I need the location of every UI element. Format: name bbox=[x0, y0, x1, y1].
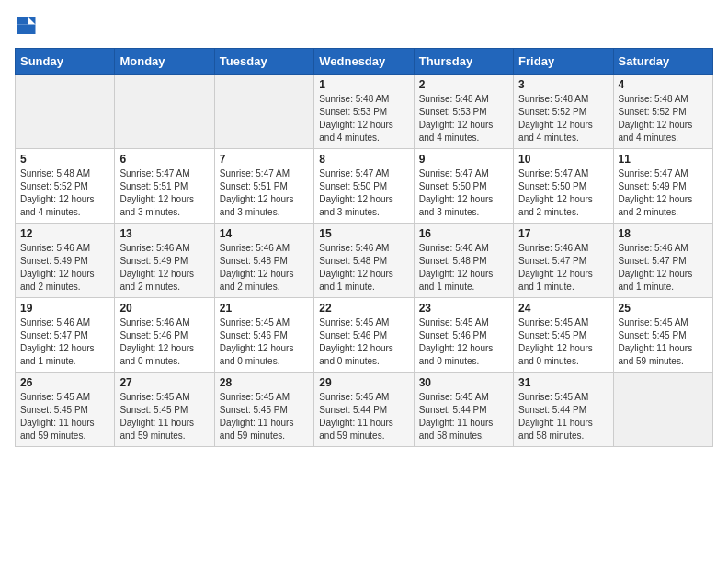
logo-icon bbox=[15, 15, 37, 37]
header-day-thursday: Thursday bbox=[414, 49, 513, 75]
cell-info: Sunrise: 5:47 AM Sunset: 5:51 PM Dayligh… bbox=[220, 167, 309, 219]
calendar-cell: 29Sunrise: 5:45 AM Sunset: 5:44 PM Dayli… bbox=[314, 373, 414, 447]
day-number: 29 bbox=[319, 376, 408, 389]
cell-info: Sunrise: 5:48 AM Sunset: 5:53 PM Dayligh… bbox=[419, 93, 508, 144]
cell-info: Sunrise: 5:45 AM Sunset: 5:45 PM Dayligh… bbox=[518, 316, 608, 368]
day-number: 14 bbox=[220, 227, 309, 240]
page-header bbox=[15, 15, 713, 37]
cell-info: Sunrise: 5:47 AM Sunset: 5:50 PM Dayligh… bbox=[419, 167, 508, 219]
cell-info: Sunrise: 5:45 AM Sunset: 5:45 PM Dayligh… bbox=[20, 391, 109, 442]
day-number: 12 bbox=[20, 227, 109, 240]
week-row-5: 26Sunrise: 5:45 AM Sunset: 5:45 PM Dayli… bbox=[16, 373, 713, 447]
header-day-friday: Friday bbox=[514, 49, 613, 75]
cell-info: Sunrise: 5:47 AM Sunset: 5:49 PM Dayligh… bbox=[619, 167, 708, 219]
calendar-cell: 23Sunrise: 5:45 AM Sunset: 5:46 PM Dayli… bbox=[414, 298, 513, 373]
cell-info: Sunrise: 5:46 AM Sunset: 5:49 PM Dayligh… bbox=[119, 242, 209, 293]
cell-info: Sunrise: 5:46 AM Sunset: 5:47 PM Dayligh… bbox=[619, 242, 708, 293]
cell-info: Sunrise: 5:48 AM Sunset: 5:52 PM Dayligh… bbox=[518, 93, 608, 144]
calendar-cell: 5Sunrise: 5:48 AM Sunset: 5:52 PM Daylig… bbox=[16, 149, 115, 224]
header-day-wednesday: Wednesday bbox=[314, 49, 414, 75]
cell-info: Sunrise: 5:46 AM Sunset: 5:48 PM Dayligh… bbox=[319, 242, 408, 293]
cell-info: Sunrise: 5:46 AM Sunset: 5:46 PM Dayligh… bbox=[119, 316, 209, 368]
cell-info: Sunrise: 5:46 AM Sunset: 5:48 PM Dayligh… bbox=[419, 242, 508, 293]
calendar-cell bbox=[214, 75, 313, 149]
day-number: 6 bbox=[119, 153, 209, 166]
day-number: 13 bbox=[119, 227, 209, 240]
day-number: 7 bbox=[220, 153, 309, 166]
cell-info: Sunrise: 5:47 AM Sunset: 5:50 PM Dayligh… bbox=[518, 167, 608, 219]
calendar-cell: 13Sunrise: 5:46 AM Sunset: 5:49 PM Dayli… bbox=[115, 224, 214, 298]
day-number: 9 bbox=[419, 153, 508, 166]
cell-info: Sunrise: 5:46 AM Sunset: 5:47 PM Dayligh… bbox=[518, 242, 608, 293]
header-day-monday: Monday bbox=[115, 49, 214, 75]
logo bbox=[15, 15, 40, 37]
day-number: 23 bbox=[419, 302, 508, 315]
calendar-cell: 2Sunrise: 5:48 AM Sunset: 5:53 PM Daylig… bbox=[414, 75, 513, 149]
calendar-cell: 9Sunrise: 5:47 AM Sunset: 5:50 PM Daylig… bbox=[414, 149, 513, 224]
calendar-cell: 21Sunrise: 5:45 AM Sunset: 5:46 PM Dayli… bbox=[214, 298, 313, 373]
calendar-cell bbox=[16, 75, 115, 149]
calendar-cell: 14Sunrise: 5:46 AM Sunset: 5:48 PM Dayli… bbox=[214, 224, 313, 298]
header-day-saturday: Saturday bbox=[613, 49, 712, 75]
week-row-4: 19Sunrise: 5:46 AM Sunset: 5:47 PM Dayli… bbox=[16, 298, 713, 373]
header-day-sunday: Sunday bbox=[16, 49, 115, 75]
calendar-table: SundayMondayTuesdayWednesdayThursdayFrid… bbox=[15, 48, 713, 447]
calendar-cell: 15Sunrise: 5:46 AM Sunset: 5:48 PM Dayli… bbox=[314, 224, 414, 298]
calendar-cell: 6Sunrise: 5:47 AM Sunset: 5:51 PM Daylig… bbox=[115, 149, 214, 224]
calendar-cell: 24Sunrise: 5:45 AM Sunset: 5:45 PM Dayli… bbox=[514, 298, 613, 373]
day-number: 2 bbox=[419, 78, 508, 91]
day-number: 19 bbox=[20, 302, 109, 315]
cell-info: Sunrise: 5:47 AM Sunset: 5:50 PM Dayligh… bbox=[319, 167, 408, 219]
svg-rect-2 bbox=[17, 25, 36, 35]
day-number: 15 bbox=[319, 227, 408, 240]
calendar-cell: 3Sunrise: 5:48 AM Sunset: 5:52 PM Daylig… bbox=[514, 75, 613, 149]
cell-info: Sunrise: 5:45 AM Sunset: 5:44 PM Dayligh… bbox=[419, 391, 508, 442]
cell-info: Sunrise: 5:48 AM Sunset: 5:52 PM Dayligh… bbox=[20, 167, 109, 219]
calendar-cell: 1Sunrise: 5:48 AM Sunset: 5:53 PM Daylig… bbox=[314, 75, 414, 149]
cell-info: Sunrise: 5:47 AM Sunset: 5:51 PM Dayligh… bbox=[119, 167, 209, 219]
calendar-cell: 27Sunrise: 5:45 AM Sunset: 5:45 PM Dayli… bbox=[115, 373, 214, 447]
cell-info: Sunrise: 5:45 AM Sunset: 5:44 PM Dayligh… bbox=[319, 391, 408, 442]
cell-info: Sunrise: 5:45 AM Sunset: 5:46 PM Dayligh… bbox=[319, 316, 408, 368]
week-row-1: 1Sunrise: 5:48 AM Sunset: 5:53 PM Daylig… bbox=[16, 75, 713, 149]
day-number: 25 bbox=[619, 302, 708, 315]
header-day-tuesday: Tuesday bbox=[214, 49, 313, 75]
calendar-cell: 12Sunrise: 5:46 AM Sunset: 5:49 PM Dayli… bbox=[16, 224, 115, 298]
cell-info: Sunrise: 5:46 AM Sunset: 5:47 PM Dayligh… bbox=[20, 316, 109, 368]
cell-info: Sunrise: 5:48 AM Sunset: 5:52 PM Dayligh… bbox=[619, 93, 708, 144]
day-number: 20 bbox=[119, 302, 209, 315]
calendar-cell: 7Sunrise: 5:47 AM Sunset: 5:51 PM Daylig… bbox=[214, 149, 313, 224]
week-row-2: 5Sunrise: 5:48 AM Sunset: 5:52 PM Daylig… bbox=[16, 149, 713, 224]
calendar-cell: 30Sunrise: 5:45 AM Sunset: 5:44 PM Dayli… bbox=[414, 373, 513, 447]
cell-info: Sunrise: 5:45 AM Sunset: 5:45 PM Dayligh… bbox=[220, 391, 309, 442]
day-number: 3 bbox=[518, 78, 608, 91]
day-number: 18 bbox=[619, 227, 708, 240]
calendar-cell: 4Sunrise: 5:48 AM Sunset: 5:52 PM Daylig… bbox=[613, 75, 712, 149]
calendar-cell: 22Sunrise: 5:45 AM Sunset: 5:46 PM Dayli… bbox=[314, 298, 414, 373]
day-number: 28 bbox=[220, 376, 309, 389]
calendar-body: 1Sunrise: 5:48 AM Sunset: 5:53 PM Daylig… bbox=[16, 75, 713, 447]
calendar-header: SundayMondayTuesdayWednesdayThursdayFrid… bbox=[16, 49, 713, 75]
calendar-cell: 16Sunrise: 5:46 AM Sunset: 5:48 PM Dayli… bbox=[414, 224, 513, 298]
svg-marker-0 bbox=[28, 17, 36, 25]
cell-info: Sunrise: 5:45 AM Sunset: 5:46 PM Dayligh… bbox=[220, 316, 309, 368]
calendar-cell: 19Sunrise: 5:46 AM Sunset: 5:47 PM Dayli… bbox=[16, 298, 115, 373]
cell-info: Sunrise: 5:45 AM Sunset: 5:45 PM Dayligh… bbox=[619, 316, 708, 368]
cell-info: Sunrise: 5:45 AM Sunset: 5:45 PM Dayligh… bbox=[119, 391, 209, 442]
day-number: 1 bbox=[319, 78, 408, 91]
day-number: 8 bbox=[319, 153, 408, 166]
day-number: 26 bbox=[20, 376, 109, 389]
cell-info: Sunrise: 5:45 AM Sunset: 5:44 PM Dayligh… bbox=[518, 391, 608, 442]
cell-info: Sunrise: 5:48 AM Sunset: 5:53 PM Dayligh… bbox=[319, 93, 408, 144]
calendar-cell: 11Sunrise: 5:47 AM Sunset: 5:49 PM Dayli… bbox=[613, 149, 712, 224]
day-number: 21 bbox=[220, 302, 309, 315]
day-number: 16 bbox=[419, 227, 508, 240]
calendar-cell: 10Sunrise: 5:47 AM Sunset: 5:50 PM Dayli… bbox=[514, 149, 613, 224]
calendar-cell bbox=[115, 75, 214, 149]
cell-info: Sunrise: 5:45 AM Sunset: 5:46 PM Dayligh… bbox=[419, 316, 508, 368]
calendar-cell: 17Sunrise: 5:46 AM Sunset: 5:47 PM Dayli… bbox=[514, 224, 613, 298]
calendar-cell bbox=[613, 373, 712, 447]
day-number: 5 bbox=[20, 153, 109, 166]
cell-info: Sunrise: 5:46 AM Sunset: 5:48 PM Dayligh… bbox=[220, 242, 309, 293]
calendar-cell: 18Sunrise: 5:46 AM Sunset: 5:47 PM Dayli… bbox=[613, 224, 712, 298]
